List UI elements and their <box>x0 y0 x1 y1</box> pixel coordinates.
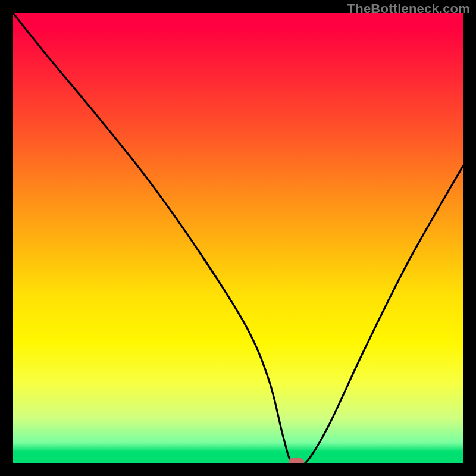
watermark-text: TheBottleneck.com <box>347 1 470 17</box>
chart-frame: TheBottleneck.com <box>0 0 476 476</box>
plot-area <box>13 13 463 463</box>
bottleneck-curve <box>13 13 463 463</box>
optimum-marker <box>289 458 304 463</box>
